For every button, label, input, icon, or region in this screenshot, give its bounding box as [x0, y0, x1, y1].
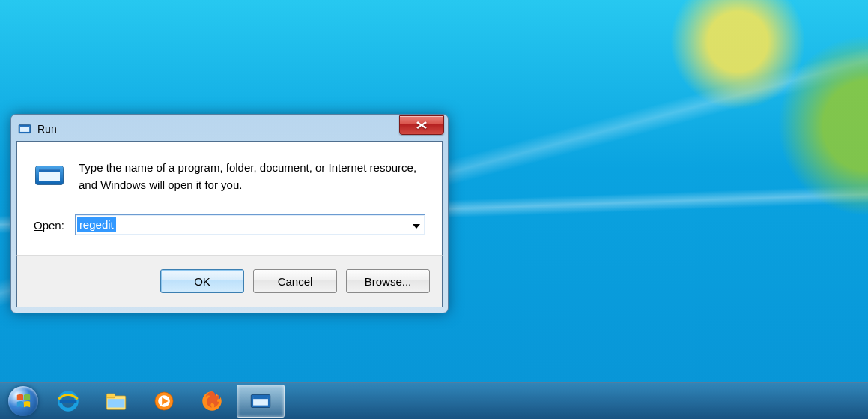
close-button[interactable]	[399, 115, 444, 135]
run-icon-large	[34, 160, 65, 191]
desktop: Run	[0, 0, 868, 419]
open-combobox[interactable]: regedit	[75, 214, 425, 235]
run-icon	[18, 122, 31, 136]
taskbar-item-wmp[interactable]	[141, 385, 187, 417]
start-button[interactable]	[3, 385, 43, 418]
svg-rect-2	[20, 126, 29, 127]
cancel-button[interactable]: Cancel	[253, 269, 337, 293]
taskbar-item-run[interactable]	[237, 385, 285, 418]
taskbar	[0, 382, 868, 419]
dialog-description: Type the name of a program, folder, docu…	[79, 160, 425, 193]
browse-button[interactable]: Browse...	[346, 269, 430, 293]
taskbar-item-ie[interactable]	[45, 385, 91, 417]
svg-rect-17	[253, 397, 268, 399]
open-input-value[interactable]: regedit	[77, 217, 116, 232]
svg-rect-10	[106, 394, 115, 398]
svg-rect-11	[108, 399, 125, 407]
dialog-button-row: OK Cancel Browse...	[16, 255, 443, 307]
chevron-down-icon[interactable]	[413, 219, 420, 231]
dialog-body: Type the name of a program, folder, docu…	[16, 141, 443, 255]
open-label: Open:	[34, 219, 64, 232]
ok-button[interactable]: OK	[160, 269, 244, 293]
svg-rect-6	[39, 169, 60, 172]
svg-rect-8	[60, 400, 77, 403]
titlebar[interactable]: Run	[16, 120, 443, 141]
taskbar-item-firefox[interactable]	[189, 385, 235, 417]
run-dialog-window: Run	[10, 114, 449, 313]
taskbar-item-explorer[interactable]	[93, 385, 139, 417]
window-title: Run	[37, 123, 57, 135]
